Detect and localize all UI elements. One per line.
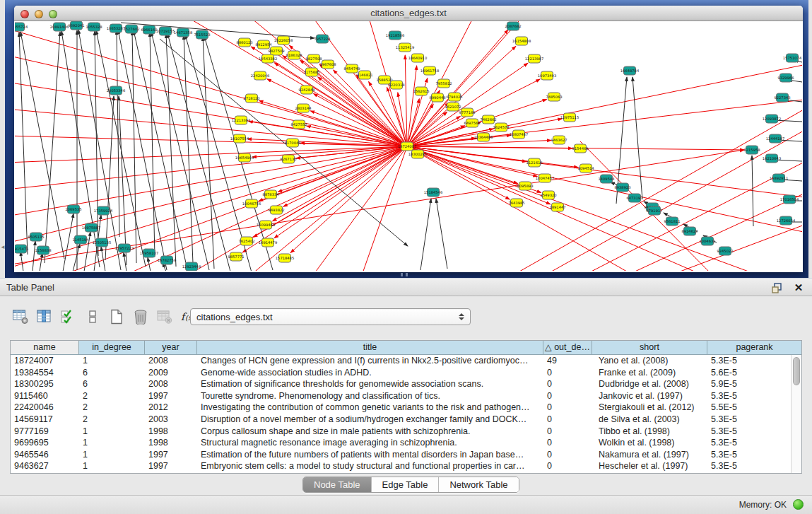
graph-node[interactable]: 9857771 bbox=[228, 252, 244, 261]
graph-node[interactable]: 6473197 bbox=[626, 194, 642, 202]
table-row[interactable]: 1830029562008Estimation of significance … bbox=[11, 378, 801, 390]
graph-node[interactable]: 1562615 bbox=[413, 87, 429, 95]
table-row[interactable]: 911546021997Tourette syndrome. Phenomeno… bbox=[11, 390, 801, 402]
graph-node[interactable]: 22420046 bbox=[251, 71, 269, 80]
graph-node[interactable]: 19218586 bbox=[386, 31, 404, 40]
graph-node[interactable]: 8427552 bbox=[290, 120, 307, 129]
graph-node[interactable]: 12444187 bbox=[766, 134, 784, 143]
graph-node[interactable]: 8215958 bbox=[743, 146, 760, 154]
graph-node[interactable]: 3624574 bbox=[493, 123, 510, 132]
table-row[interactable]: 969969511998Structural magnetic resonanc… bbox=[11, 437, 801, 449]
graph-node[interactable]: 2087682 bbox=[505, 22, 521, 30]
column-header-year[interactable]: year bbox=[145, 341, 197, 354]
delete-icon[interactable] bbox=[130, 307, 151, 327]
graph-node[interactable]: 8912954 bbox=[255, 40, 272, 49]
graph-node[interactable]: 8220318 bbox=[388, 81, 404, 89]
graph-node[interactable]: 1055328 bbox=[86, 23, 102, 31]
graph-node[interactable]: 9827509 bbox=[268, 47, 284, 55]
graph-node[interactable]: 3915471 bbox=[15, 245, 29, 253]
graph-node[interactable]: 8095893 bbox=[517, 182, 533, 190]
table-panel-titlebar[interactable]: Table Panel ✕ bbox=[0, 278, 812, 296]
graph-node[interactable]: 2069535 bbox=[65, 205, 81, 214]
network-window[interactable]: citations_edges.txt 14055724208914069392… bbox=[14, 6, 803, 272]
graph-node[interactable]: 10807487 bbox=[510, 130, 528, 139]
graph-node[interactable]: 9146821 bbox=[356, 71, 372, 79]
graph-node[interactable]: 1094514 bbox=[577, 164, 594, 173]
graph-node[interactable]: 12213383 bbox=[232, 116, 250, 124]
scrollbar-thumb[interactable] bbox=[793, 357, 800, 385]
memory-status-indicator[interactable] bbox=[793, 499, 804, 510]
graph-node[interactable]: 12726034 bbox=[777, 216, 796, 225]
graph-node[interactable]: 7515523 bbox=[194, 30, 210, 39]
graph-node[interactable]: 10653287 bbox=[107, 24, 125, 33]
graph-node[interactable]: 12093872 bbox=[763, 115, 781, 123]
table-row[interactable]: 1456911722003Disruption of a novel membe… bbox=[11, 414, 801, 426]
graph-node[interactable]: 1891447 bbox=[549, 203, 565, 211]
graph-node[interactable]: 8914627 bbox=[681, 227, 698, 235]
split-pane-handle[interactable] bbox=[401, 273, 408, 276]
graph-node[interactable]: 8878334 bbox=[262, 190, 279, 199]
table-row[interactable]: 1938455462009Genome-wide association stu… bbox=[11, 367, 801, 379]
graph-node[interactable]: 16961758 bbox=[420, 66, 439, 75]
graph-node[interactable]: 7485063 bbox=[546, 93, 562, 101]
tab-node-table[interactable]: Node Table bbox=[303, 477, 372, 492]
table-row[interactable]: 1872400712008Changes of HCN gene express… bbox=[11, 355, 801, 367]
graph-node[interactable]: 1156838 bbox=[35, 246, 51, 255]
graph-node[interactable]: 15184546 bbox=[424, 188, 442, 197]
float-panel-icon[interactable] bbox=[771, 281, 784, 294]
graph-node[interactable]: 18226058 bbox=[274, 36, 293, 45]
graph-node[interactable]: 10719155 bbox=[156, 27, 175, 35]
graph-node[interactable]: 6794024 bbox=[446, 93, 463, 101]
graph-node[interactable]: 9329966 bbox=[777, 74, 794, 82]
graph-node[interactable]: 16154808 bbox=[512, 37, 531, 45]
graph-node[interactable]: 8505135 bbox=[28, 233, 44, 241]
column-header-pagerank[interactable]: pagerank bbox=[707, 341, 801, 354]
table-row[interactable]: 2242004622012Investigating the contribut… bbox=[11, 402, 801, 414]
column-header-name[interactable]: name bbox=[11, 341, 79, 354]
graph-node[interactable]: 20891406 bbox=[50, 23, 69, 31]
graph-node[interactable]: 9245022 bbox=[717, 247, 733, 255]
network-canvas[interactable]: 1405572420891406939204110553281065328715… bbox=[15, 21, 802, 271]
graph-node[interactable]: 1527602 bbox=[123, 25, 139, 33]
graph-node[interactable]: 7462662 bbox=[480, 115, 496, 124]
graph-node[interactable]: 7955812 bbox=[435, 79, 452, 88]
new-file-icon[interactable] bbox=[106, 307, 127, 327]
citation-network-graph[interactable]: 1405572420891406939204110553281065328715… bbox=[15, 21, 802, 271]
graph-node[interactable]: 16210643 bbox=[763, 154, 781, 163]
graph-node[interactable]: 6791917 bbox=[646, 206, 662, 215]
table-vertical-scrollbar[interactable] bbox=[791, 355, 801, 473]
graph-node[interactable]: 8860123 bbox=[236, 38, 252, 47]
graph-node[interactable]: 8990448 bbox=[429, 93, 445, 102]
graph-node[interactable]: 18640910 bbox=[408, 54, 427, 62]
close-panel-icon[interactable]: ✕ bbox=[792, 281, 805, 294]
graph-node[interactable]: 2967608 bbox=[319, 60, 336, 69]
column-header-title[interactable]: title bbox=[197, 341, 543, 354]
graph-node[interactable]: 7643985 bbox=[508, 199, 524, 207]
graph-node[interactable]: 9242848 bbox=[298, 86, 314, 94]
graph-node[interactable]: 8186328 bbox=[286, 51, 302, 59]
table-row[interactable]: 946554611997Estimation of the future num… bbox=[11, 449, 801, 461]
table-mode-icon[interactable] bbox=[10, 307, 31, 327]
graph-node[interactable]: 1409544 bbox=[598, 175, 615, 183]
graph-node[interactable]: 2803144 bbox=[295, 104, 312, 112]
graph-node[interactable]: 15718485 bbox=[276, 254, 294, 262]
graph-node[interactable]: 2718120 bbox=[243, 94, 259, 103]
column-header-in_degree[interactable]: in_degree bbox=[79, 341, 145, 354]
graph-node[interactable]: 9493822 bbox=[268, 206, 284, 214]
graph-node[interactable]: 9463627 bbox=[551, 136, 567, 144]
table-selector-dropdown[interactable]: citations_edges.txt bbox=[190, 308, 471, 325]
network-window-titlebar[interactable]: citations_edges.txt bbox=[14, 6, 803, 21]
graph-node[interactable]: 19654903 bbox=[235, 153, 254, 162]
graph-node[interactable]: 6966160 bbox=[141, 25, 157, 34]
graph-node[interactable]: 10958107 bbox=[140, 249, 158, 257]
graph-node[interactable]: 1145194 bbox=[72, 235, 89, 244]
graph-node[interactable]: 16099469 bbox=[257, 221, 275, 229]
graph-node[interactable]: 9227343 bbox=[774, 93, 790, 102]
show-columns-icon[interactable] bbox=[34, 307, 55, 327]
graph-node[interactable]: 14055724 bbox=[15, 23, 28, 31]
rows-icon[interactable] bbox=[82, 307, 103, 327]
graph-node[interactable]: 18300295 bbox=[408, 150, 427, 158]
graph-node[interactable]: 15751074 bbox=[783, 54, 802, 62]
graph-node[interactable]: 9777169 bbox=[459, 108, 475, 117]
graph-node[interactable]: 12213987 bbox=[525, 54, 543, 63]
